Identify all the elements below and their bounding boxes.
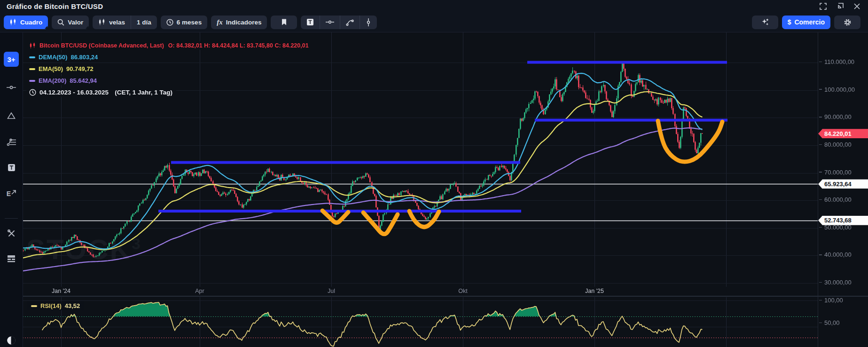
legend-indicator-ema200[interactable]: EMA(200) 85.642,94 (26, 76, 101, 85)
theme-toggle[interactable] (4, 333, 19, 347)
triangle-icon (7, 112, 16, 119)
legend-symbol-name: Bitcoin BTC/USD (Coinbase Advanced, Last… (39, 42, 164, 49)
x-axis-label: Jul (328, 288, 335, 294)
horizontal-line-icon (326, 19, 334, 25)
search-icon (57, 19, 64, 26)
x-axis-label: Okt (458, 288, 467, 294)
fibonacci-icon (7, 138, 16, 146)
minimize-window-icon[interactable] (836, 2, 844, 10)
sidebar-divider (5, 218, 18, 219)
rsi-value: 43,52 (65, 302, 80, 309)
sidebar-tool-settings-tools[interactable] (4, 226, 19, 241)
price-level-badge: 52.743,68 (818, 216, 868, 225)
horizontal-line-icon (7, 84, 16, 91)
bookmark-button[interactable] (271, 16, 297, 29)
legend-symbol-row[interactable]: Bitcoin BTC/USD (Coinbase Advanced, Last… (26, 41, 313, 50)
rsi-axis-tick: 100,00 (819, 297, 843, 304)
indicator-value: 90.749,72 (66, 65, 94, 72)
candles-icon (9, 19, 17, 25)
candle-style-button[interactable]: velas (93, 16, 131, 29)
fx-icon: fx (217, 18, 223, 26)
x-axis-label: Apr (195, 288, 204, 294)
y-axis-tick: 60.000,00 (819, 196, 852, 203)
tools-icon (7, 229, 16, 238)
sidebar-tool-horizontal-line[interactable] (4, 80, 19, 95)
sidebar-tool-fibonacci[interactable] (4, 134, 19, 150)
rsi-color-swatch (31, 305, 37, 307)
fullscreen-icon[interactable] (819, 2, 827, 10)
legend-indicator-dema[interactable]: DEMA(50) 86.803,24 (26, 53, 102, 62)
settings-button[interactable] (834, 16, 860, 29)
sidebar-tool-layout[interactable] (4, 251, 19, 266)
ema200-color-swatch (29, 80, 35, 82)
rsi-label: RSI(14) (40, 302, 62, 309)
curve-tool-button[interactable] (340, 16, 360, 29)
y-axis-tick: 30.000,00 (819, 279, 852, 286)
y-axis-tick: 70.000,00 (819, 169, 852, 176)
vertical-line-tool-button[interactable] (360, 16, 377, 29)
rsi-panel-separator[interactable] (23, 296, 868, 297)
indicator-value: 86.803,24 (70, 54, 98, 61)
vertical-line-icon (366, 18, 371, 26)
sidebar-tool-forecast[interactable]: E (4, 186, 19, 201)
legend-ohlc-values: O: 84.382,01 H: 84.424,84 L: 83.745,80 C… (168, 42, 309, 49)
x-axis-label: Jan '25 (585, 288, 604, 294)
trade-button[interactable]: $ Comercio (782, 16, 830, 29)
date-range-button[interactable]: 6 meses (161, 16, 207, 29)
contrast-icon (7, 336, 16, 345)
sidebar-tool-triangle[interactable] (4, 108, 19, 123)
indicators-button[interactable]: fx Indicadores (211, 16, 267, 29)
rsi-legend[interactable]: RSI(14) 43,52 (27, 301, 84, 310)
indicator-value: 85.642,94 (70, 77, 97, 84)
chart-legend: Bitcoin BTC/USD (Coinbase Advanced, Last… (26, 41, 313, 100)
arrow-up-right-icon (11, 190, 16, 195)
y-axis-tick: 80.000,00 (819, 141, 852, 148)
text-tool-icon (8, 164, 16, 172)
bookmark-icon (281, 19, 287, 25)
curve-tool-icon (346, 19, 354, 26)
indicator-label: EMA(50) (39, 65, 63, 72)
horizontal-line-tool-button[interactable] (320, 16, 340, 29)
legend-date-range: 04.12.2023 - 16.03.2025 (CET, 1 Jahr, 1 … (26, 88, 176, 97)
last-price-badge: 84.220,01 (818, 129, 868, 138)
ai-assistant-button[interactable] (752, 16, 778, 29)
sparkles-icon (761, 18, 769, 26)
axis-separator (818, 32, 818, 347)
legend-indicator-ema50[interactable]: EMA(50) 90.749,72 (26, 64, 97, 73)
text-annotation-button[interactable] (301, 16, 320, 29)
clock-icon (166, 19, 173, 26)
indicator-label: EMA(200) (39, 77, 66, 84)
gear-icon (844, 18, 852, 26)
indicator-label: DEMA(50) (39, 54, 67, 61)
trading-app-window: STOCK3 Gráfico de Bitcoin BTC/USD Cuadro… (0, 0, 868, 347)
candles-icon (29, 42, 36, 49)
chart-toolbar: Cuadro Valor velas 1 día 6 meses fx Indi… (0, 12, 868, 32)
sidebar-tool-text[interactable] (4, 160, 19, 175)
x-axis-label: Jan '24 (52, 288, 70, 294)
y-axis-tick: 90.000,00 (819, 113, 852, 120)
drawing-tools-group (301, 16, 377, 29)
drawing-sidebar: 3+ E (0, 32, 23, 347)
clock-icon (29, 89, 36, 96)
candle-interval-group: velas 1 día (93, 16, 157, 29)
title-bar: Gráfico de Bitcoin BTC/USD (0, 0, 868, 12)
window-controls (819, 2, 868, 10)
dollar-icon: $ (788, 18, 791, 26)
sidebar-tool-multi-selected[interactable]: 3+ (4, 52, 19, 67)
text-tool-icon (306, 18, 314, 26)
ema50-color-swatch (29, 68, 35, 70)
y-axis-tick: 40.000,00 (819, 251, 852, 258)
rsi-axis-tick: 50,00 (819, 319, 840, 326)
layout-icon (7, 255, 16, 262)
y-axis-tick: 100.000,00 (819, 86, 855, 93)
interval-button[interactable]: 1 día (131, 16, 157, 29)
dema-color-swatch (29, 56, 35, 58)
chart-type-button[interactable]: Cuadro (4, 16, 48, 29)
candles-icon (98, 19, 106, 25)
symbol-search-button[interactable]: Valor (52, 16, 89, 29)
y-axis-tick: 110.000,00 (819, 58, 854, 65)
toolbar-right: $ Comercio (748, 16, 868, 29)
close-icon[interactable] (853, 2, 860, 10)
price-level-badge: 65.923,64 (818, 179, 868, 189)
page-title: Gráfico de Bitcoin BTC/USD (0, 2, 103, 10)
